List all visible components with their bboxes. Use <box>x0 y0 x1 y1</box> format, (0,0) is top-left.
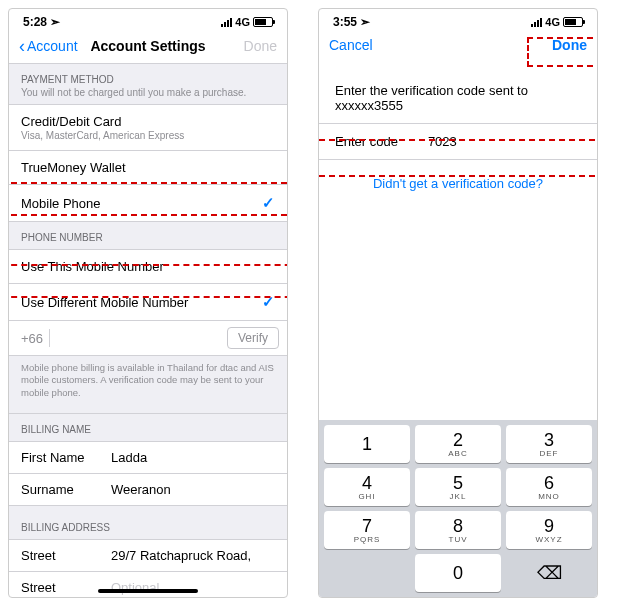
key-8[interactable]: 8TUV <box>415 511 501 549</box>
street-value-1: 29/7 Ratchapruck Road, <box>111 548 275 563</box>
key-1[interactable]: 1 <box>324 425 410 463</box>
phone-input-row: +66 Verify <box>9 321 287 356</box>
done-button[interactable]: Done <box>517 37 587 53</box>
location-icon: ➣ <box>50 15 60 29</box>
key-backspace[interactable]: ⌫ <box>506 554 592 592</box>
done-button[interactable]: Done <box>207 38 277 54</box>
section-billing-name: BILLING NAME <box>9 414 287 442</box>
section-payment-header: PAYMENT METHOD You will not be charged u… <box>9 64 287 105</box>
nav-bar: ‹ Account Account Settings Done <box>9 31 287 64</box>
row-credit-card[interactable]: Credit/Debit Card Visa, MasterCard, Amer… <box>9 105 287 151</box>
phone-prefix: +66 <box>21 331 43 346</box>
phone-account-settings: 5:28 ➣ 4G ‹ Account Account Settings Don… <box>8 8 288 598</box>
row-mobile-phone[interactable]: Mobile Phone ✓ <box>9 185 287 222</box>
home-indicator <box>98 589 198 593</box>
row-surname[interactable]: Surname Weeranon <box>9 474 287 506</box>
check-icon: ✓ <box>262 293 275 311</box>
status-time: 5:28 <box>23 15 47 29</box>
key-empty <box>324 554 410 592</box>
battery-icon <box>563 17 583 27</box>
signal-icon <box>221 18 232 27</box>
key-6[interactable]: 6MNO <box>506 468 592 506</box>
battery-icon <box>253 17 273 27</box>
network-label: 4G <box>235 16 250 28</box>
back-label: Account <box>27 38 78 54</box>
chevron-left-icon: ‹ <box>19 37 25 55</box>
credit-card-title: Credit/Debit Card <box>21 114 184 129</box>
key-2[interactable]: 2ABC <box>415 425 501 463</box>
street-label-1: Street <box>21 548 111 563</box>
status-time: 3:55 <box>333 15 357 29</box>
code-value: 7023 <box>428 134 457 149</box>
check-icon: ✓ <box>262 194 275 212</box>
street-label-2: Street <box>21 580 111 595</box>
key-7[interactable]: 7PQRS <box>324 511 410 549</box>
row-street-1[interactable]: Street 29/7 Ratchapruck Road, <box>9 540 287 572</box>
resend-code-link[interactable]: Didn't get a verification code? <box>319 160 597 207</box>
numeric-keypad: 1 2ABC 3DEF 4GHI 5JKL 6MNO 7PQRS 8TUV 9W… <box>319 420 597 597</box>
verification-instruction: Enter the verification code sent to xxxx… <box>319 61 597 123</box>
phone-footnote: Mobile phone billing is available in Tha… <box>9 356 287 414</box>
divider <box>49 329 50 347</box>
surname-value: Weeranon <box>111 482 275 497</box>
row-use-this-number[interactable]: Use This Mobile Number <box>9 250 287 284</box>
section-phone-header: PHONE NUMBER <box>9 222 287 250</box>
mobile-phone-label: Mobile Phone <box>21 196 101 211</box>
location-icon: ➣ <box>360 15 370 29</box>
row-truemoney[interactable]: TrueMoney Wallet <box>9 151 287 185</box>
key-5[interactable]: 5JKL <box>415 468 501 506</box>
code-label: Enter code <box>335 134 398 149</box>
row-first-name[interactable]: First Name Ladda <box>9 442 287 474</box>
first-name-label: First Name <box>21 450 111 465</box>
key-0[interactable]: 0 <box>415 554 501 592</box>
page-title: Account Settings <box>90 38 205 54</box>
cancel-button[interactable]: Cancel <box>329 37 399 53</box>
section-payment-title: PAYMENT METHOD <box>21 74 275 85</box>
back-button[interactable]: ‹ Account <box>19 37 89 55</box>
status-bar: 3:55 ➣ 4G <box>319 9 597 31</box>
status-bar: 5:28 ➣ 4G <box>9 9 287 31</box>
row-use-different-number[interactable]: Use Different Mobile Number ✓ <box>9 284 287 321</box>
surname-label: Surname <box>21 482 111 497</box>
backspace-icon: ⌫ <box>537 562 562 584</box>
use-this-label: Use This Mobile Number <box>21 259 164 274</box>
section-billing-addr: BILLING ADDRESS <box>9 506 287 540</box>
use-diff-label: Use Different Mobile Number <box>21 295 188 310</box>
row-street-2[interactable]: Street Optional <box>9 572 287 598</box>
credit-card-sub: Visa, MasterCard, American Express <box>21 130 184 141</box>
phone-verification: 3:55 ➣ 4G Cancel Done Enter the verifica… <box>318 8 598 598</box>
key-9[interactable]: 9WXYZ <box>506 511 592 549</box>
section-payment-sub: You will not be charged until you make a… <box>21 87 275 98</box>
key-4[interactable]: 4GHI <box>324 468 410 506</box>
truemoney-label: TrueMoney Wallet <box>21 160 126 175</box>
nav-bar: Cancel Done <box>319 31 597 61</box>
first-name-value: Ladda <box>111 450 275 465</box>
signal-icon <box>531 18 542 27</box>
key-3[interactable]: 3DEF <box>506 425 592 463</box>
network-label: 4G <box>545 16 560 28</box>
verify-button[interactable]: Verify <box>227 327 279 349</box>
code-input-row[interactable]: Enter code 7023 <box>319 123 597 160</box>
